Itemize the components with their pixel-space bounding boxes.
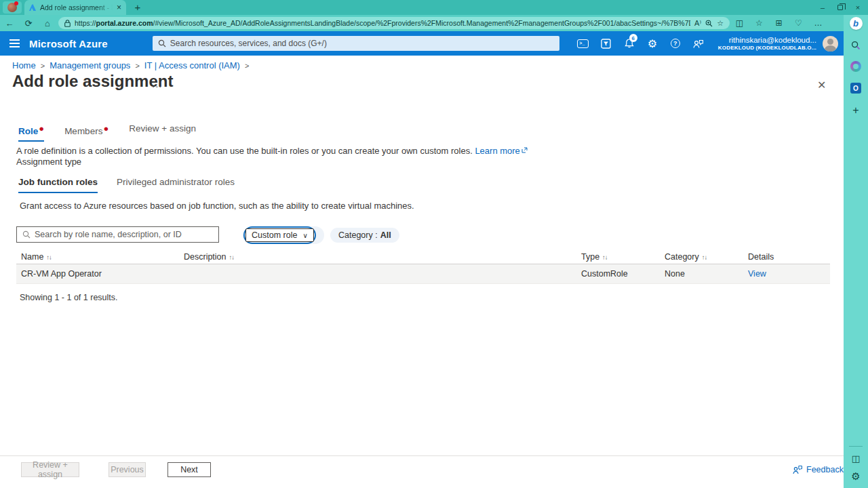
sidebar-settings-icon[interactable]: ⚙ — [851, 470, 860, 483]
read-aloud-icon[interactable]: A⁾ — [694, 19, 701, 28]
azure-brand[interactable]: Microsoft Azure — [29, 38, 108, 49]
window-minimize-button[interactable]: – — [814, 3, 831, 12]
required-dot: ● — [39, 123, 44, 134]
col-type[interactable]: Type↑↓ — [581, 252, 665, 262]
chevron-down-icon: ∨ — [302, 232, 307, 239]
toolbar-actions: ◫ ☆ ⊞ ♡ … — [730, 18, 828, 28]
assignment-type-label: Assignment type — [16, 157, 81, 167]
wizard-tabs: Role● Members● Review + assign — [18, 123, 196, 142]
profile-avatar-icon — [7, 3, 17, 12]
cloud-shell-icon[interactable]: >_ — [572, 31, 595, 56]
window-close-button[interactable]: × — [849, 3, 867, 12]
search-icon — [22, 230, 31, 239]
browser-toolbar: ← ⟳ ⌂ https://portal.azure.com/#view/Mic… — [0, 15, 868, 31]
help-icon[interactable]: ? — [664, 31, 687, 56]
sidebar-panel-icon[interactable]: ◫ — [852, 453, 860, 464]
reload-icon[interactable]: ⟳ — [19, 18, 38, 28]
bing-copilot-icon[interactable]: b — [850, 17, 863, 30]
sidebar-add-icon[interactable]: + — [852, 104, 859, 117]
breadcrumb-access-control[interactable]: IT | Access control (IAM) — [144, 60, 240, 70]
favorites-bar-icon[interactable]: ☆ — [749, 18, 769, 28]
view-details-link[interactable]: View — [748, 269, 766, 279]
notifications-bell-icon[interactable]: 6 — [618, 31, 641, 56]
outlook-icon[interactable]: O — [850, 83, 861, 94]
window-restore-button[interactable] — [831, 5, 849, 10]
role-name-cell[interactable]: CR-VM App Operator — [16, 269, 184, 279]
sort-icon: ↑↓ — [602, 253, 608, 261]
browser-tab-active[interactable]: Add role assignment - Microsof × — [24, 0, 126, 15]
favorite-star-icon[interactable]: ☆ — [717, 19, 724, 28]
tab-job-function-roles[interactable]: Job function roles — [18, 177, 98, 193]
split-screen-icon[interactable]: ◫ — [730, 18, 749, 28]
tab-privileged-admin-roles[interactable]: Privileged administrator roles — [117, 177, 235, 193]
new-tab-button[interactable]: + — [132, 1, 144, 13]
back-icon[interactable]: ← — [0, 18, 19, 28]
type-filter-dropdown[interactable]: Custom role ∨ — [245, 228, 314, 242]
role-search-input[interactable] — [35, 230, 213, 239]
microsoft-365-icon[interactable] — [850, 61, 861, 72]
tab-review-assign[interactable]: Review + assign — [129, 123, 196, 142]
role-search-box[interactable] — [16, 226, 219, 243]
account-tenant: KODEKLOUD (KODEKLOUDLAB.O... — [718, 45, 816, 52]
browser-tabstrip: Add role assignment - Microsof × + – × — [0, 0, 868, 15]
next-button[interactable]: Next — [167, 462, 211, 477]
previous-button[interactable]: Previous — [108, 462, 146, 477]
page-title: Add role assignment — [12, 72, 173, 91]
review-assign-button[interactable]: Review + assign — [21, 462, 79, 477]
role-description: A role definition is a collection of per… — [16, 146, 528, 156]
collections-icon[interactable]: ⊞ — [769, 18, 789, 28]
feedback-person-icon[interactable] — [687, 31, 710, 56]
browser-profile-button[interactable] — [3, 1, 22, 14]
sort-icon: ↑↓ — [229, 253, 235, 261]
role-type-tabs: Job function roles Privileged administra… — [18, 177, 235, 193]
account-email: rithinskaria@kodekloud... — [718, 35, 816, 45]
search-icon — [158, 39, 166, 47]
browser-essentials-icon[interactable]: ♡ — [789, 18, 808, 28]
azure-search-input[interactable] — [170, 39, 554, 48]
blade-context-menu-icon[interactable]: ... — [152, 78, 163, 89]
role-category-cell: None — [665, 269, 748, 279]
tab-title: Add role assignment - Microsof — [40, 3, 113, 12]
address-bar[interactable]: https://portal.azure.com/#view/Microsoft… — [58, 17, 730, 29]
blade-close-icon[interactable]: ✕ — [817, 79, 826, 92]
tab-close-icon[interactable]: × — [117, 3, 121, 12]
table-row[interactable]: CR-VM App Operator CustomRole None View — [16, 264, 830, 284]
roles-table: Name↑↓ Description↑↓ Type↑↓ Category↑↓ D… — [16, 250, 830, 284]
notification-badge: 6 — [629, 34, 637, 42]
sort-icon: ↑↓ — [46, 253, 52, 261]
add-role-assignment-blade: Home > Management groups > IT | Access c… — [0, 56, 844, 488]
type-filter-pill: Custom role ∨ — [243, 226, 324, 244]
breadcrumb-home[interactable]: Home — [12, 60, 36, 70]
tab-members[interactable]: Members● — [64, 123, 108, 142]
role-details-cell: View — [748, 269, 830, 279]
zoom-icon[interactable] — [705, 20, 713, 27]
external-link-icon — [521, 147, 528, 153]
sidebar-search-icon[interactable] — [851, 41, 861, 50]
footer-divider — [0, 455, 844, 456]
col-category[interactable]: Category↑↓ — [665, 252, 748, 262]
col-description[interactable]: Description↑↓ — [184, 252, 581, 262]
window-controls: – × — [814, 0, 867, 15]
required-dot: ● — [103, 123, 108, 134]
directory-filter-icon[interactable] — [595, 31, 618, 56]
breadcrumb-management-groups[interactable]: Management groups — [50, 60, 130, 70]
feedback-link[interactable]: Feedback — [792, 465, 844, 474]
sidebar-bottom: ◫ ⚙ — [844, 446, 868, 488]
home-icon[interactable]: ⌂ — [38, 18, 57, 28]
azure-header: Microsoft Azure >_ 6 ⚙ ? rithinskaria@ko… — [0, 31, 844, 56]
account-avatar[interactable] — [823, 36, 838, 52]
browser-menu-icon[interactable]: … — [808, 18, 828, 28]
type-filter-focus-ring: Custom role ∨ — [243, 226, 316, 244]
learn-more-link[interactable]: Learn more — [475, 146, 527, 156]
feedback-person-icon — [792, 465, 803, 474]
sort-icon: ↑↓ — [702, 253, 707, 261]
account-info[interactable]: rithinskaria@kodekloud... KODEKLOUD (KOD… — [718, 35, 816, 52]
tab-role[interactable]: Role● — [18, 123, 44, 142]
col-name[interactable]: Name↑↓ — [16, 252, 184, 262]
category-filter[interactable]: Category : All — [330, 228, 399, 243]
azure-header-actions: >_ 6 ⚙ ? — [572, 31, 710, 56]
sidebar-divider — [849, 446, 863, 447]
portal-menu-icon[interactable] — [0, 39, 29, 47]
azure-search-bar[interactable] — [153, 36, 559, 51]
settings-gear-icon[interactable]: ⚙ — [641, 31, 664, 56]
